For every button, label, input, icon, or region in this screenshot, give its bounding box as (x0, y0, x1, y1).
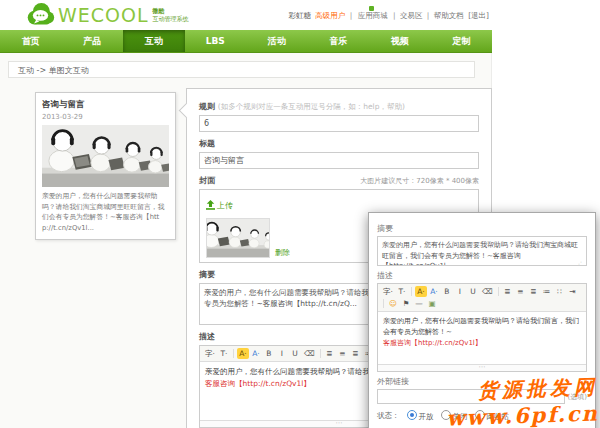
popup-editor-content-area[interactable]: 亲爱的用户，您有什么问题需要我帮助吗？请给我们留言，我们会有专员为您解答！~ 客… (378, 312, 586, 364)
popup-description-label: 描述 (377, 270, 587, 281)
nav-item-home[interactable]: 首页 (0, 30, 62, 52)
toolbar-divider (411, 287, 412, 296)
font-color-button[interactable]: A· (428, 286, 440, 297)
logo-subtitle-cn: 微酷 (153, 7, 189, 15)
nav-item-interaction[interactable]: 互动 (123, 30, 185, 52)
popup-summary-textarea[interactable]: 亲爱的用户，您有什么问题需要我帮助吗？请给我们淘宝商城旺旺留言，我们会有专员为您… (377, 236, 587, 266)
cover-label: 封面 (199, 175, 215, 186)
header: WECOOL 微酷 互动管理系统 彩虹糖 高级用户 | 应用商城 | 交易区 |… (0, 0, 600, 30)
media-button[interactable]: ⚑ (400, 298, 412, 309)
font-family-button[interactable]: 字· (381, 286, 395, 297)
highlight-color-button[interactable]: A· (237, 348, 249, 359)
image-button[interactable]: ▣ (426, 298, 438, 309)
ordered-list-button[interactable]: ≔ (541, 286, 553, 297)
customer-service-image (42, 125, 169, 187)
rule-input[interactable] (199, 115, 479, 132)
popup-external-link-label: 外部链接 (377, 376, 587, 387)
popup-editor-text: 亲爱的用户，您有什么问题需要我帮助吗？请给我们留言，我们会有专员为您解答！~ (383, 317, 579, 336)
status-radio-group: 状态： 开放 关闭 回收站 (377, 410, 587, 422)
logo-wordmark: WECOOL (58, 4, 149, 26)
bold-button[interactable]: B (441, 286, 453, 297)
separator: | (427, 11, 430, 20)
nav-item-activity[interactable]: 活动 (246, 30, 308, 52)
cloud-speech-logo-icon (26, 2, 55, 28)
popup-editor-red-link-text: 客服咨询【http://t.cn/zQv1l】 (383, 338, 581, 349)
nav-item-custom[interactable]: 定制 (431, 30, 493, 52)
title-input[interactable] (199, 152, 479, 169)
status-option-open[interactable]: 开放 (407, 410, 434, 422)
underline-button[interactable]: U (289, 348, 301, 359)
toolbar-divider (498, 287, 499, 296)
popup-summary-label: 摘要 (377, 223, 587, 234)
align-right-button[interactable]: ≣ (350, 348, 362, 359)
upload-arrow-icon (206, 200, 215, 210)
font-size-button[interactable]: T· (218, 348, 230, 359)
rule-hint: (如多个规则对应一条互动用逗号分隔，如：help，帮助) (218, 102, 405, 111)
separator: | (393, 11, 396, 20)
link-help-docs[interactable]: 帮助文档 (434, 11, 464, 20)
eraser-button[interactable]: ⌫ (480, 286, 495, 297)
nav-item-music[interactable]: 音乐 (308, 30, 370, 52)
toolbar-divider (233, 349, 234, 358)
nav-item-video[interactable]: 视频 (369, 30, 431, 52)
link-trade-zone[interactable]: 交易区 (400, 11, 423, 20)
font-color-button[interactable]: A· (250, 348, 262, 359)
delete-cover-link[interactable]: 删除 (275, 248, 290, 258)
status-option-closed[interactable]: 关闭 (441, 410, 468, 422)
italic-button[interactable]: I (454, 286, 466, 297)
nav-item-product[interactable]: 产品 (62, 30, 124, 52)
textarea-resize-grip-icon[interactable]: ⋰ (576, 259, 582, 266)
cover-size-hint: 大图片建议尺寸：720像素 * 400像素 (360, 176, 479, 186)
rule-label-row: 规则 (如多个规则对应一条互动用逗号分隔，如：help，帮助) (199, 101, 479, 112)
optional-hint: (选填) (568, 392, 587, 402)
italic-button[interactable]: I (276, 348, 288, 359)
underline-button[interactable]: U (467, 286, 479, 297)
popup-summary-text: 亲爱的用户，您有什么问题需要我帮助吗？请给我们淘宝商城旺旺留言，我们会有专员为您… (382, 241, 578, 266)
new-badge (369, 6, 374, 11)
align-left-button[interactable]: ≣ (502, 286, 514, 297)
font-family-button[interactable]: 字· (203, 348, 217, 359)
link-app-store[interactable]: 应用商城 (357, 11, 389, 20)
status-label: 状态： (377, 411, 400, 421)
bold-button[interactable]: B (263, 348, 275, 359)
preview-title: 咨询与留言 (42, 99, 169, 111)
username: 彩虹糖 (288, 11, 311, 20)
logo: WECOOL 微酷 互动管理系统 (26, 2, 189, 28)
cover-label-row: 封面 大图片建议尺寸：720像素 * 400像素 (199, 175, 479, 186)
indent-button[interactable]: ⇥ (567, 286, 579, 297)
align-left-button[interactable]: ≣ (324, 348, 336, 359)
upload-button[interactable]: 上传 (206, 200, 233, 211)
emoji-button[interactable]: ☺ (387, 298, 399, 309)
preview-date: 2013-03-29 (42, 113, 169, 121)
toolbar-divider (383, 299, 384, 308)
title-label: 标题 (199, 138, 479, 149)
popup-editor-toolbar: 字· T· A· A· B I U ⌫ ≣ ≡ ≣ ≔ ∷ ⇥ ☺ ⚑ — (378, 284, 586, 312)
radio-checked-icon[interactable] (407, 410, 417, 420)
wecool-app-window: WECOOL 微酷 互动管理系统 彩虹糖 高级用户 | 应用商城 | 交易区 |… (0, 0, 600, 428)
align-center-button[interactable]: ≡ (515, 286, 527, 297)
rule-label: 规则 (199, 102, 215, 111)
nav-item-lbs[interactable]: LBS (185, 30, 247, 52)
radio-icon[interactable] (441, 410, 451, 420)
font-size-button[interactable]: T· (396, 286, 408, 297)
popup-editor-resize-handle[interactable]: ⋯ (378, 364, 586, 371)
message-preview-card: 咨询与留言 2013-03-29 (35, 92, 176, 240)
breadcrumb: 互动 -> 单图文互动 (8, 61, 475, 78)
radio-icon[interactable] (475, 410, 485, 420)
logo-subtitle-system: 互动管理系统 (153, 15, 189, 23)
main-nav: 首页 产品 互动 LBS 活动 音乐 视频 定制 (0, 30, 492, 53)
popup-rich-editor: 字· T· A· A· B I U ⌫ ≣ ≡ ≣ ≔ ∷ ⇥ ☺ ⚑ — (377, 283, 587, 372)
align-center-button[interactable]: ≡ (337, 348, 349, 359)
unordered-list-button[interactable]: ∷ (554, 286, 566, 297)
highlight-color-button[interactable]: A· (415, 286, 427, 297)
popup-external-link-input[interactable] (377, 389, 565, 404)
toolbar-divider (320, 349, 321, 358)
align-right-button[interactable]: ≣ (528, 286, 540, 297)
logout-link[interactable]: [退出] (468, 11, 489, 20)
eraser-button[interactable]: ⌫ (302, 348, 317, 359)
separator: | (350, 11, 353, 20)
edit-dialog: 摘要 亲爱的用户，您有什么问题需要我帮助吗？请给我们淘宝商城旺旺留言，我们会有专… (368, 212, 596, 428)
status-option-recycle[interactable]: 回收站 (475, 410, 510, 422)
logo-subtitle: 微酷 互动管理系统 (153, 7, 189, 23)
horizontal-rule-button[interactable]: — (413, 298, 425, 309)
